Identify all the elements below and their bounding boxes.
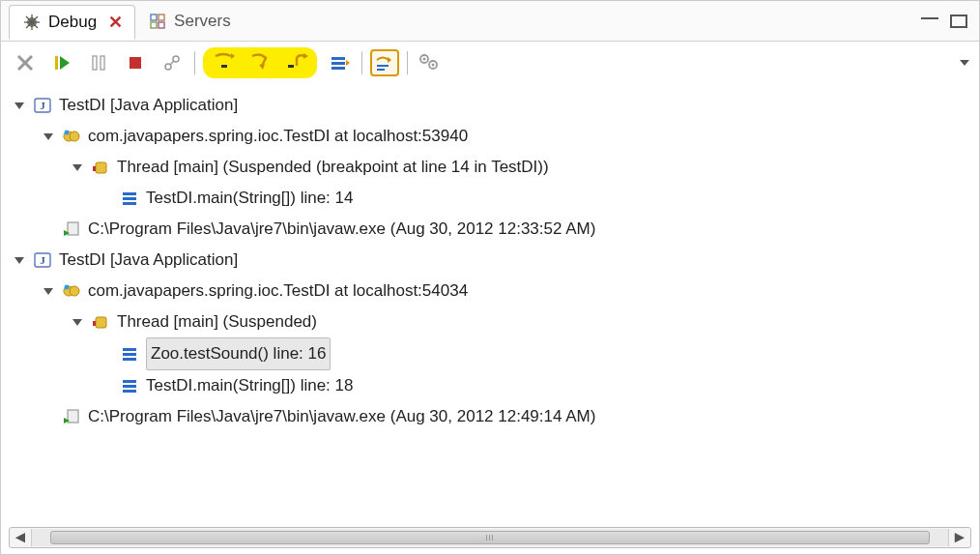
launch-node[interactable]: J TestDI [Java Application] <box>14 90 977 121</box>
stack-frame[interactable]: TestDI.main(String[]) line: 14 <box>14 183 977 214</box>
use-step-filters-button[interactable] <box>370 49 399 76</box>
launch-label: TestDI [Java Application] <box>59 245 238 276</box>
svg-rect-52 <box>96 317 106 328</box>
thread-suspended-icon <box>90 312 111 332</box>
svg-rect-7 <box>151 22 157 28</box>
step-return-button[interactable] <box>282 49 311 76</box>
maximize-icon[interactable] <box>950 15 967 28</box>
disconnect-button[interactable] <box>158 49 187 76</box>
servers-icon <box>147 12 168 31</box>
close-icon[interactable]: ✕ <box>102 12 123 33</box>
view-dropdown-icon[interactable] <box>960 60 969 66</box>
svg-rect-42 <box>123 192 136 195</box>
process-icon <box>61 219 82 239</box>
tab-servers-label: Servers <box>174 12 231 31</box>
svg-rect-14 <box>101 56 104 70</box>
terminate-button[interactable] <box>121 49 150 76</box>
svg-rect-25 <box>331 62 345 65</box>
target-label: com.javapapers.spring.ioc.TestDI at loca… <box>88 121 468 152</box>
process-node[interactable]: C:\Program Files\Java\jre7\bin\javaw.exe… <box>14 214 977 245</box>
expand-icon[interactable] <box>14 102 24 109</box>
tab-servers[interactable]: Servers <box>135 6 243 37</box>
tab-debug-label: Debug <box>48 13 97 32</box>
svg-rect-29 <box>377 65 389 67</box>
process-label: C:\Program Files\Java\jre7\bin\javaw.exe… <box>88 401 595 432</box>
svg-rect-26 <box>331 67 345 70</box>
suspend-button[interactable] <box>84 49 113 76</box>
drop-to-frame-button[interactable] <box>325 49 354 76</box>
svg-rect-22 <box>288 65 294 68</box>
step-over-button[interactable] <box>245 49 274 76</box>
debug-target-node[interactable]: com.javapapers.spring.ioc.TestDI at loca… <box>14 121 977 152</box>
process-label: C:\Program Files\Java\jre7\bin\javaw.exe… <box>88 214 595 245</box>
process-node[interactable]: C:\Program Files\Java\jre7\bin\javaw.exe… <box>14 401 977 432</box>
scroll-right-icon[interactable]: ► <box>949 528 970 547</box>
expand-icon[interactable] <box>72 164 82 171</box>
minimize-icon[interactable] <box>921 17 938 25</box>
step-into-button[interactable] <box>209 49 238 76</box>
frame-label: TestDI.main(String[]) line: 14 <box>146 183 353 214</box>
java-app-icon: J <box>32 250 53 270</box>
process-icon <box>61 407 82 426</box>
expand-icon[interactable] <box>14 257 24 264</box>
thread-suspended-icon <box>90 158 111 177</box>
svg-marker-23 <box>303 53 308 59</box>
svg-rect-58 <box>123 385 136 388</box>
scroll-left-icon[interactable]: ◄ <box>10 528 31 547</box>
expand-icon[interactable] <box>72 319 82 326</box>
svg-point-34 <box>432 64 435 67</box>
svg-rect-40 <box>96 162 106 173</box>
view-menu-button[interactable] <box>416 49 445 76</box>
horizontal-scrollbar[interactable]: ◄ ► <box>9 527 971 548</box>
svg-rect-57 <box>123 380 136 383</box>
svg-point-51 <box>65 285 70 290</box>
svg-rect-53 <box>93 321 96 326</box>
remove-terminated-button[interactable] <box>11 49 40 76</box>
bug-icon <box>21 13 43 32</box>
svg-rect-20 <box>221 65 227 68</box>
svg-point-33 <box>423 58 426 61</box>
stack-frame[interactable]: TestDI.main(String[]) line: 18 <box>14 370 977 401</box>
svg-line-18 <box>170 61 174 65</box>
svg-rect-59 <box>123 390 136 393</box>
step-buttons-highlighted <box>203 47 317 78</box>
expand-icon[interactable] <box>43 133 53 140</box>
svg-rect-8 <box>159 22 164 28</box>
stack-frame[interactable]: Zoo.testSound() line: 16 <box>14 337 977 370</box>
svg-point-39 <box>65 131 70 135</box>
stack-frame-icon <box>119 189 140 208</box>
svg-rect-6 <box>159 15 164 20</box>
svg-rect-15 <box>130 57 141 69</box>
frame-label: TestDI.main(String[]) line: 18 <box>146 370 353 401</box>
scrollbar-track[interactable] <box>31 529 949 546</box>
svg-rect-44 <box>123 202 136 205</box>
svg-marker-12 <box>60 56 70 70</box>
expand-icon[interactable] <box>43 288 53 295</box>
debug-tree: J TestDI [Java Application] com.javapape… <box>1 84 979 432</box>
svg-rect-55 <box>123 353 136 356</box>
frame-label: Zoo.testSound() line: 16 <box>146 337 331 370</box>
svg-marker-21 <box>259 64 265 70</box>
svg-rect-41 <box>93 166 96 171</box>
java-app-icon: J <box>32 96 53 115</box>
toolbar-separator <box>407 51 408 74</box>
debug-target-node[interactable]: com.javapapers.spring.ioc.TestDI at loca… <box>14 276 977 307</box>
resume-button[interactable] <box>47 49 76 76</box>
thread-node[interactable]: Thread [main] (Suspended) <box>14 307 977 337</box>
svg-rect-56 <box>123 358 136 361</box>
toolbar-separator <box>361 51 362 74</box>
launch-label: TestDI [Java Application] <box>59 90 238 121</box>
stack-frame-icon <box>119 376 140 395</box>
svg-text:J: J <box>40 100 45 111</box>
svg-text:J: J <box>40 254 45 266</box>
thread-label: Thread [main] (Suspended (breakpoint at … <box>117 152 549 183</box>
scrollbar-thumb[interactable] <box>50 531 930 544</box>
svg-rect-5 <box>151 15 157 20</box>
launch-node[interactable]: J TestDI [Java Application] <box>14 245 977 276</box>
thread-node[interactable]: Thread [main] (Suspended (breakpoint at … <box>14 152 977 183</box>
svg-point-50 <box>70 286 79 296</box>
stack-frame-icon <box>119 344 140 364</box>
svg-marker-27 <box>346 60 350 66</box>
view-tabs: Debug ✕ Servers <box>1 1 979 42</box>
tab-debug[interactable]: Debug ✕ <box>9 5 135 40</box>
